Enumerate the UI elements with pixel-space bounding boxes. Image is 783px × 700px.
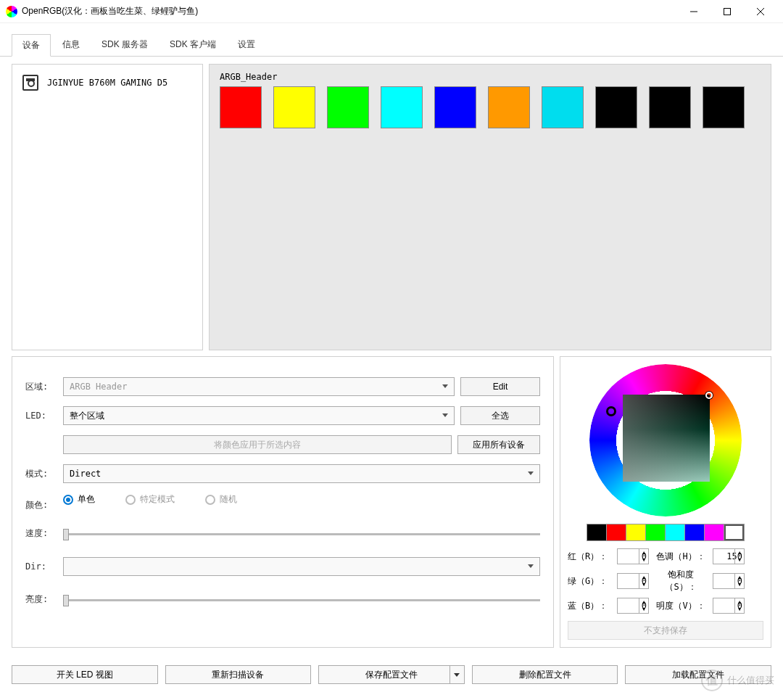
delete-profile-button[interactable]: 删除配置文件 bbox=[472, 665, 618, 684]
radio-random[interactable]: 随机 bbox=[205, 493, 237, 506]
led-swatch-8[interactable] bbox=[649, 86, 691, 128]
led-label: LED: bbox=[25, 411, 57, 421]
tab-bar: 设备 信息 SDK 服务器 SDK 客户端 设置 bbox=[0, 33, 783, 57]
edit-zone-button[interactable]: Edit bbox=[460, 377, 540, 396]
watermark-icon: 值 bbox=[701, 670, 723, 691]
zone-label: 区域: bbox=[25, 381, 57, 393]
v-input[interactable]: 0▲▼ bbox=[713, 598, 745, 614]
close-button[interactable] bbox=[744, 0, 777, 23]
tab-sdk-client[interactable]: SDK 客户端 bbox=[160, 34, 226, 57]
controls-panel: 区域: ARGB Header Edit LED: 整个区域 全选 将颜色应用于… bbox=[12, 356, 554, 648]
apply-selection-button[interactable]: 将颜色应用于所选内容 bbox=[63, 435, 452, 454]
radio-single-color[interactable]: 单色 bbox=[63, 493, 95, 506]
radio-pattern[interactable]: 特定模式 bbox=[125, 493, 175, 506]
preset-color-7[interactable] bbox=[724, 524, 744, 540]
rescan-button[interactable]: 重新扫描设备 bbox=[165, 665, 312, 684]
save-profile-button[interactable]: 保存配置文件 bbox=[318, 665, 465, 684]
preset-color-4[interactable] bbox=[666, 524, 685, 540]
tab-info[interactable]: 信息 bbox=[52, 34, 90, 57]
bottom-button-bar: 开关 LED 视图 重新扫描设备 保存配置文件 删除配置文件 加载配置文件 bbox=[0, 655, 783, 684]
s-input[interactable]: 0▲▼ bbox=[713, 573, 745, 589]
g-input[interactable]: 0▲▼ bbox=[617, 573, 649, 589]
led-swatch-5[interactable] bbox=[488, 86, 530, 128]
led-swatch-4[interactable] bbox=[434, 86, 476, 128]
h-input[interactable]: 150▲▼ bbox=[713, 548, 745, 564]
save-color-button[interactable]: 不支持保存 bbox=[568, 621, 763, 640]
preset-color-5[interactable] bbox=[685, 524, 705, 540]
sv-indicator bbox=[705, 392, 713, 399]
device-list: JGINYUE B760M GAMING D5 bbox=[12, 64, 203, 350]
preset-color-1[interactable] bbox=[607, 524, 626, 540]
apply-all-button[interactable]: 应用所有设备 bbox=[457, 435, 540, 454]
speed-label: 速度: bbox=[25, 527, 57, 540]
v-label: 明度（V）： bbox=[653, 600, 708, 612]
window-title: OpenRGB(汉化：画板当吃生菜、绿鲤驴与鱼) bbox=[22, 5, 677, 17]
zone-header-label: ARGB_Header bbox=[220, 72, 761, 82]
zone-select[interactable]: ARGB Header bbox=[63, 377, 455, 396]
maximize-button[interactable] bbox=[710, 0, 744, 23]
led-select[interactable]: 整个区域 bbox=[63, 406, 455, 425]
preset-color-6[interactable] bbox=[705, 524, 724, 540]
svg-rect-1 bbox=[724, 8, 731, 15]
chevron-down-icon bbox=[454, 673, 460, 677]
led-swatch-3[interactable] bbox=[381, 86, 423, 128]
color-preset-row bbox=[587, 524, 745, 541]
select-all-button[interactable]: 全选 bbox=[460, 406, 540, 425]
minimize-button[interactable] bbox=[677, 0, 710, 23]
title-bar: OpenRGB(汉化：画板当吃生菜、绿鲤驴与鱼) bbox=[0, 0, 783, 23]
r-input[interactable]: 0▲▼ bbox=[617, 548, 649, 564]
color-label: 颜色: bbox=[25, 499, 57, 511]
save-profile-dropdown[interactable] bbox=[450, 666, 464, 683]
hue-indicator bbox=[606, 406, 616, 416]
speed-slider[interactable] bbox=[63, 533, 540, 535]
tab-settings[interactable]: 设置 bbox=[228, 34, 265, 57]
r-label: 红（R）： bbox=[568, 551, 613, 563]
led-swatch-0[interactable] bbox=[220, 86, 262, 128]
chevron-down-icon bbox=[528, 564, 534, 568]
preset-color-2[interactable] bbox=[626, 524, 646, 540]
brightness-slider[interactable] bbox=[63, 599, 540, 601]
mode-select[interactable]: Direct bbox=[63, 464, 540, 483]
led-swatch-6[interactable] bbox=[542, 86, 584, 128]
h-label: 色调（H）： bbox=[653, 551, 708, 563]
device-name: JGINYUE B760M GAMING D5 bbox=[47, 78, 167, 88]
g-label: 绿（G）： bbox=[568, 575, 613, 588]
tab-devices[interactable]: 设备 bbox=[12, 34, 51, 57]
preset-color-0[interactable] bbox=[587, 524, 607, 540]
dir-label: Dir: bbox=[25, 561, 57, 572]
led-swatch-7[interactable] bbox=[595, 86, 637, 128]
color-wheel[interactable] bbox=[589, 364, 742, 516]
device-list-item[interactable]: JGINYUE B760M GAMING D5 bbox=[12, 65, 202, 101]
app-icon bbox=[6, 6, 17, 17]
led-swatch-row bbox=[220, 86, 761, 128]
chevron-down-icon bbox=[442, 384, 448, 388]
b-label: 蓝（B）： bbox=[568, 600, 613, 612]
preset-color-3[interactable] bbox=[646, 524, 666, 540]
led-swatch-2[interactable] bbox=[327, 86, 369, 128]
dir-select[interactable] bbox=[63, 557, 540, 576]
mode-label: 模式: bbox=[25, 468, 57, 480]
brightness-label: 亮度: bbox=[25, 593, 57, 606]
s-label: 饱和度（S）： bbox=[653, 569, 708, 593]
led-preview-panel: ARGB_Header bbox=[209, 64, 771, 350]
b-input[interactable]: 0▲▼ bbox=[617, 598, 649, 614]
chevron-down-icon bbox=[442, 413, 448, 417]
motherboard-icon bbox=[22, 75, 38, 91]
tab-sdk-server[interactable]: SDK 服务器 bbox=[91, 34, 158, 57]
color-picker-panel: 红（R）： 0▲▼ 色调（H）： 150▲▼ 绿（G）： 0▲▼ 饱和度（S）：… bbox=[560, 356, 771, 648]
chevron-down-icon bbox=[528, 472, 534, 475]
led-swatch-1[interactable] bbox=[273, 86, 315, 128]
watermark: 值 什么值得买 bbox=[701, 670, 774, 691]
led-swatch-9[interactable] bbox=[703, 86, 745, 128]
toggle-led-view-button[interactable]: 开关 LED 视图 bbox=[12, 665, 158, 684]
sv-box[interactable] bbox=[623, 395, 710, 482]
